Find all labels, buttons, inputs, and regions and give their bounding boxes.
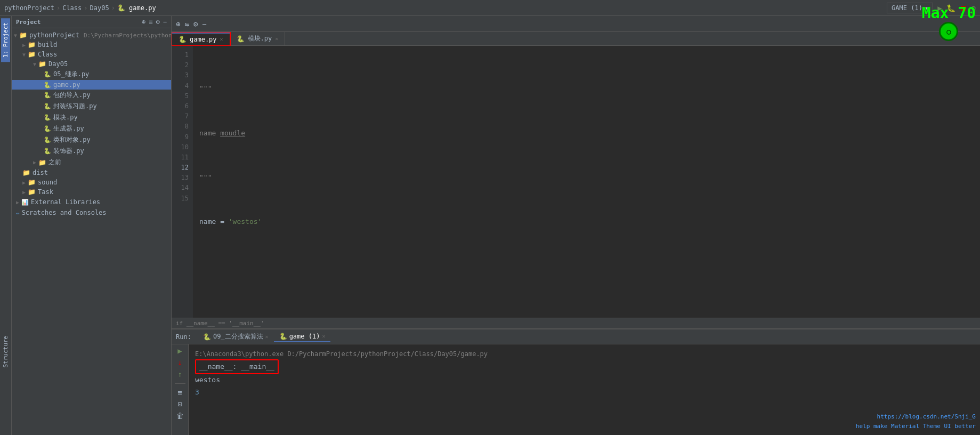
- py-file-icon: 🐍: [44, 82, 51, 88]
- structure-tab[interactable]: Structure: [0, 333, 12, 371]
- expand-arrow: ▶: [22, 42, 26, 48]
- tree-label: Class: [38, 51, 57, 58]
- breadcrumb-day05[interactable]: Day05: [90, 4, 109, 12]
- run-wrap-button[interactable]: ≡: [177, 388, 182, 397]
- sidebar-header-icons: ⊕ ≡ ⚙ −: [142, 18, 167, 26]
- code-line-2: name moudle: [199, 128, 974, 139]
- tree-item-external[interactable]: ▶ 📊 External Libraries: [12, 197, 171, 207]
- run-tab-icon: 🐍: [279, 333, 287, 340]
- tab-gamepy[interactable]: 🐍 game.py ✕: [172, 33, 230, 45]
- expand-arrow: ▼: [33, 61, 36, 67]
- sidebar-icon-1[interactable]: ⊕: [142, 18, 145, 26]
- run-tab-close[interactable]: ✕: [322, 333, 325, 339]
- run-tab-icon: 🐍: [203, 333, 211, 341]
- run-play-button[interactable]: ▶: [177, 347, 182, 355]
- run-tabs-bar: Run: 🐍 09_二分搜索算法 ✕ 🐍 game (1) ✕: [172, 329, 980, 344]
- tree-label: build: [38, 41, 57, 49]
- tree-item-gamepy[interactable]: 🐍 game.py: [12, 80, 171, 90]
- code-line-4: name = 'westos': [199, 216, 974, 228]
- tab-mokuaipy[interactable]: 🐍 模块.py ✕: [230, 32, 286, 45]
- run-label: Run:: [176, 333, 191, 341]
- tree-item-shengchengqi[interactable]: 🐍 生成器.py: [12, 123, 171, 134]
- run-panel: Run: 🐍 09_二分搜索算法 ✕ 🐍 game (1) ✕ ▶ ↓ ↑: [172, 328, 980, 435]
- minus-icon[interactable]: −: [202, 20, 206, 28]
- code-line-5: [199, 261, 974, 272]
- tree-item-zhuangshiqi[interactable]: 🐍 装饰器.py: [12, 146, 171, 157]
- tree-item-day05[interactable]: ▼ 📁 Day05: [12, 59, 171, 69]
- tree-item-scratches[interactable]: ✏ Scratches and Consoles: [12, 207, 171, 218]
- folder-icon: 📁: [28, 41, 36, 49]
- run-sidebar: ▶ ↓ ↑ ≡ ⊡ 🗑: [172, 344, 189, 435]
- settings-icon[interactable]: ⚙: [193, 20, 198, 28]
- py-file-icon: 🐍: [44, 114, 51, 121]
- tree-item-dist[interactable]: 📁 dist: [12, 168, 171, 178]
- tree-item-fengzhuang[interactable]: 🐍 封装练习题.py: [12, 101, 171, 112]
- structure-label: Structure: [2, 336, 9, 368]
- project-tab[interactable]: 1: Project: [1, 18, 10, 62]
- library-icon: 📊: [21, 199, 29, 206]
- sidebar-icon-3[interactable]: ⚙: [156, 18, 160, 26]
- tree-item-05jicheng[interactable]: 🐍 05_继承.py: [12, 69, 171, 80]
- run-stop-button[interactable]: ↓: [177, 358, 182, 367]
- code-content[interactable]: """ name moudle """ name = 'westos': [193, 46, 980, 318]
- code-line-6: [199, 305, 974, 316]
- py-file-icon: 🐍: [44, 136, 51, 143]
- expand-arrow: ▶: [33, 159, 36, 165]
- tree-label: 生成器.py: [53, 124, 84, 133]
- run-rerun-button[interactable]: ↑: [177, 370, 182, 378]
- tree-label: Task: [38, 188, 53, 196]
- tab-file-icon: 🐍: [237, 35, 245, 43]
- line-numbers: 1 2 3 4 5 6 7 8 9 10 11 12 13 14 15: [172, 46, 193, 318]
- tree-item-build[interactable]: ▶ 📁 build: [12, 40, 171, 50]
- folder-icon: 📁: [38, 60, 46, 68]
- tree-item-mokuai[interactable]: 🐍 模块.py: [12, 112, 171, 123]
- tree-item-pythonproject[interactable]: ▼ 📁 pythonProject D:\PycharmProjects\pyt…: [12, 30, 171, 40]
- breadcrumb-file[interactable]: 🐍 game.py: [117, 4, 156, 12]
- code-editor[interactable]: 1 2 3 4 5 6 7 8 9 10 11 12 13 14 15 """: [172, 46, 980, 318]
- tree-item-baodaoru[interactable]: 🐍 包的导入.py: [12, 90, 171, 101]
- run-scroll-button[interactable]: ⊡: [177, 400, 182, 408]
- tree-label: 封装练习题.py: [53, 102, 97, 111]
- breadcrumb-class[interactable]: Class: [62, 4, 82, 12]
- sidebar-title: Project: [16, 19, 41, 26]
- csdn-url[interactable]: https://blog.csdn.net/Snji_G: [877, 413, 976, 420]
- folder-icon: 📁: [19, 31, 27, 39]
- tree-label: 模块.py: [53, 113, 78, 122]
- folder-icon: 📁: [28, 188, 36, 196]
- run-trash-button[interactable]: 🗑: [176, 412, 184, 420]
- run-tab-game1[interactable]: 🐍 game (1) ✕: [274, 332, 331, 342]
- line-num-12: 12: [172, 163, 193, 173]
- tree-item-sound[interactable]: ▶ 📁 sound: [12, 178, 171, 187]
- tree-item-leihediangxiang[interactable]: 🐍 类和对象.py: [12, 134, 171, 146]
- sidebar-icon-2[interactable]: ≡: [149, 18, 152, 26]
- status-bar: if __name__ == '__main__': [172, 318, 980, 328]
- run-tab-09[interactable]: 🐍 09_二分搜索算法 ✕: [198, 331, 274, 342]
- run-tab-close[interactable]: ✕: [265, 334, 269, 340]
- tree-item-task[interactable]: ▶ 📁 Task: [12, 187, 171, 197]
- line-num-5: 5: [172, 91, 193, 101]
- navigate-icon[interactable]: ⊕: [176, 20, 180, 28]
- top-bar: pythonProject › Class › Day05 › 🐍 game.p…: [0, 0, 980, 16]
- breadcrumb-project[interactable]: pythonProject: [4, 4, 54, 12]
- line-num-2: 2: [172, 60, 193, 70]
- folder-icon: 📁: [38, 159, 46, 166]
- py-file-icon: 🐍: [44, 92, 51, 99]
- line-num-11: 11: [172, 152, 193, 163]
- expand-arrow: ▶: [22, 180, 26, 186]
- tab-close-icon[interactable]: ✕: [220, 36, 223, 42]
- tab-file-icon: 🐍: [179, 36, 187, 43]
- tab-label: game.py: [190, 36, 217, 43]
- py-file-icon: 🐍: [44, 148, 51, 155]
- output-line-1: __name__: __main__: [195, 359, 974, 374]
- line-num-1: 1: [172, 50, 193, 60]
- navigate-back-icon[interactable]: ⇋: [184, 20, 189, 28]
- tree-item-class[interactable]: ▼ 📁 Class: [12, 50, 171, 59]
- sidebar-header: Project ⊕ ≡ ⚙ −: [12, 16, 171, 28]
- tree-label: game.py: [53, 81, 80, 88]
- sidebar-icon-close[interactable]: −: [163, 18, 167, 26]
- editor-area: ⊕ ⇋ ⚙ − 🐍 game.py ✕ 🐍 模块.py ✕ 1 2 3: [172, 16, 980, 435]
- py-file-icon: 🐍: [44, 125, 51, 132]
- tree-item-zhiqian[interactable]: ▶ 📁 之前: [12, 157, 171, 168]
- editor-toolbar: ⊕ ⇋ ⚙ −: [172, 16, 980, 32]
- tab-close-icon[interactable]: ✕: [275, 36, 278, 42]
